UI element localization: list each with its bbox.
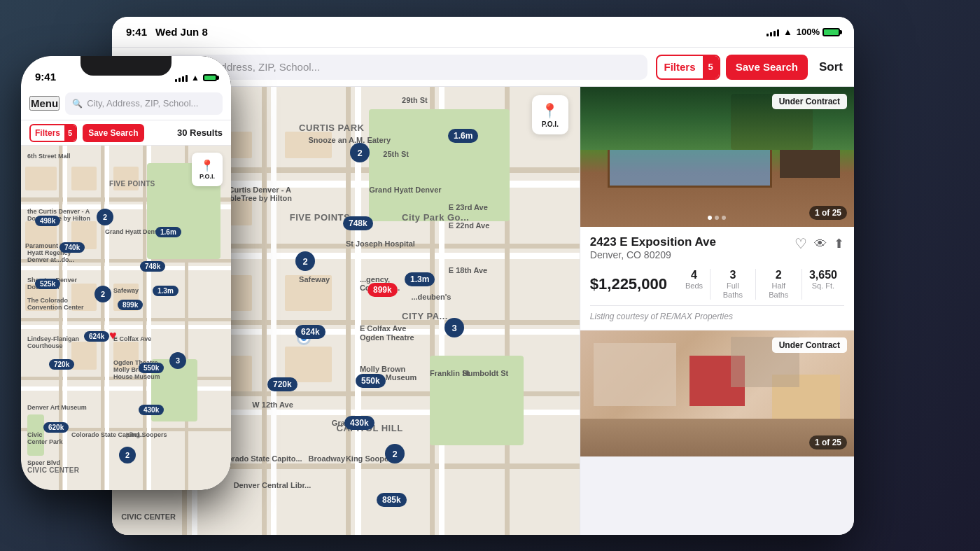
sort-button[interactable]: Sort [819, 60, 843, 74]
phone-pin-498k[interactable]: 498k [35, 216, 60, 226]
poi-button[interactable]: 📍 P.O.I. [532, 95, 568, 134]
phone-signal-bar-1 [175, 79, 177, 82]
map-pin-550k[interactable]: 550k [356, 374, 386, 388]
map-pin-624k[interactable]: 624k [295, 325, 326, 339]
phone-road-h4 [21, 266, 231, 270]
phone-speer: Speer Blvd [27, 459, 60, 466]
map-label-broadway: Broadway [308, 454, 345, 463]
listing-price: $1,225,000 [590, 275, 667, 293]
stat-half-baths: 2 Half Baths [756, 269, 802, 300]
phone-time: 9:41 [35, 71, 56, 83]
poi-label: P.O.I. [542, 120, 559, 128]
phone-signal-bar-3 [182, 76, 184, 82]
phone-pin-1-6m[interactable]: 1.6m [155, 227, 181, 237]
phone-status-icons: ▲ [175, 73, 217, 83]
phone-pin-748k[interactable]: 748k [140, 261, 165, 272]
favorite-icon[interactable]: ♡ [794, 235, 807, 252]
listing-dots-1 [708, 216, 726, 220]
phone-save-search-button[interactable]: Save Search [83, 124, 144, 142]
map-label-29th: 29th St [402, 96, 428, 104]
phone-five-points: FIVE POINTS [109, 180, 155, 188]
map-pin-cluster-3[interactable]: 3 [444, 318, 464, 337]
signal-bar-2 [770, 32, 772, 36]
phone-selected-location: ♥ [109, 328, 117, 343]
signal-bar-4 [777, 29, 779, 36]
phone-pin-740k[interactable]: 740k [59, 242, 85, 253]
map-pin-720k[interactable]: 720k [267, 377, 298, 391]
map-pin-430k[interactable]: 430k [344, 416, 374, 430]
dot-3 [722, 216, 726, 220]
phone-pin-cluster-2a[interactable]: 2 [97, 209, 113, 225]
phone-colfax: E Colfax Ave [113, 335, 151, 342]
phone-search-box[interactable]: 🔍 City, Address, ZIP, School... [65, 92, 223, 115]
phone-poi-icon: 📍 [200, 159, 214, 172]
hide-icon[interactable]: 👁 [814, 237, 827, 251]
phone-pin-cluster-2b[interactable]: 2 [94, 286, 111, 302]
phone-pin-720k[interactable]: 720k [49, 359, 74, 370]
phone-nav: Menu 🔍 City, Address, ZIP, School... [21, 87, 231, 120]
listing-stats: 4 Beds 3 Full Baths 2 Half Baths [678, 269, 844, 300]
map-pin-748k[interactable]: 748k [343, 216, 373, 230]
phone-pin-430k[interactable]: 430k [139, 405, 164, 415]
tablet-listings-panel: Under Contract 1 of 25 2423 E Exposition… [580, 87, 854, 535]
map-label-e23rd: E 23rd Ave [449, 203, 488, 211]
phone-filter-left: Filters 5 Save Search [29, 124, 144, 142]
phone-pin-525k[interactable]: 525k [35, 279, 60, 289]
battery-container: 100% [797, 27, 840, 37]
share-icon[interactable]: ⬆ [834, 236, 844, 251]
phone-road-h5 [21, 318, 231, 321]
map-label-civic-center: CIVIC CENTER [121, 512, 176, 521]
phone-pin-620k[interactable]: 620k [43, 422, 69, 433]
save-search-button[interactable]: Save Search [726, 55, 808, 80]
city-park [369, 109, 509, 221]
sqft-label: Sq. Ft. [812, 281, 834, 291]
phone-map[interactable]: 6th Street Mall FIVE POINTS Grand Hyatt … [21, 146, 231, 490]
map-area-five-points: FIVE POINTS [290, 212, 350, 223]
tablet-status-bar: 9:41 Wed Jun 8 ▲ 100% [112, 17, 854, 48]
half-baths-label: Half Baths [763, 281, 794, 300]
phone-road-h6 [21, 325, 231, 329]
wifi-icon: ▲ [783, 27, 792, 37]
map-pin-cluster-2a[interactable]: 2 [350, 143, 370, 162]
phone-signal-bar-4 [186, 75, 188, 82]
phone-road-v2 [63, 146, 67, 490]
listing-card-2: Under Contract 1 of 25 [580, 330, 854, 456]
listing2-window [594, 343, 676, 406]
map-label-deuben: ...deuben's [411, 293, 451, 301]
tablet-time: 9:41 [126, 26, 147, 38]
phone-search-icon: 🔍 [72, 99, 83, 109]
map-pin-885k[interactable]: 885k [377, 493, 407, 507]
phone-poi-button[interactable]: 📍 P.O.I. [192, 153, 223, 186]
filters-label: Filters [657, 61, 703, 73]
phone-signal-icon [175, 74, 188, 82]
phone-block-1 [25, 167, 57, 190]
phone-pin-624k[interactable]: 624k [84, 331, 109, 342]
phone-pin-550k[interactable]: 550k [139, 363, 164, 373]
search-box[interactable]: 🔍 City, Address, ZIP, School... [165, 55, 647, 80]
phone-block-4 [71, 167, 97, 190]
beds-value: 4 [691, 269, 697, 281]
map-pin-cluster-2c[interactable]: 2 [385, 444, 405, 463]
phone-poi-label: P.O.I. [200, 173, 215, 180]
phone-pin-899k[interactable]: 899k [118, 300, 143, 310]
nav-right: Filters 5 Save Search Sort [656, 55, 843, 80]
phone-search-placeholder: City, Address, ZIP, School... [87, 98, 198, 109]
map-label-w12th: W 12th Ave [252, 400, 293, 409]
phone-colorado-conv: The ColoradoConvention Center [27, 297, 84, 311]
phone-menu-button[interactable]: Menu [29, 96, 59, 111]
phone-filters-button[interactable]: Filters 5 [29, 124, 77, 142]
phone-pin-1-3m[interactable]: 1.3m [153, 286, 178, 296]
listing-address: 2423 E Exposition Ave [590, 235, 716, 249]
phone-pin-cluster-2c[interactable]: 2 [119, 447, 136, 463]
map-label-hospital: St Joseph Hospital [346, 239, 415, 248]
map-pin-899k[interactable]: 899k [368, 283, 398, 297]
battery-percent: 100% [797, 27, 820, 37]
map-pin-1-6m[interactable]: 1.6m [448, 129, 478, 143]
filters-button[interactable]: Filters 5 [656, 55, 720, 80]
phone-road-h8 [21, 386, 231, 391]
map-pin-1-3m[interactable]: 1.3m [405, 272, 435, 286]
map-pin-cluster-2b[interactable]: 2 [295, 251, 315, 271]
poi-icon: 📍 [541, 102, 559, 119]
phone-pin-cluster-3[interactable]: 3 [169, 352, 186, 369]
listing-info-1: 2423 E Exposition Ave Denver, CO 80209 ♡… [580, 227, 854, 330]
